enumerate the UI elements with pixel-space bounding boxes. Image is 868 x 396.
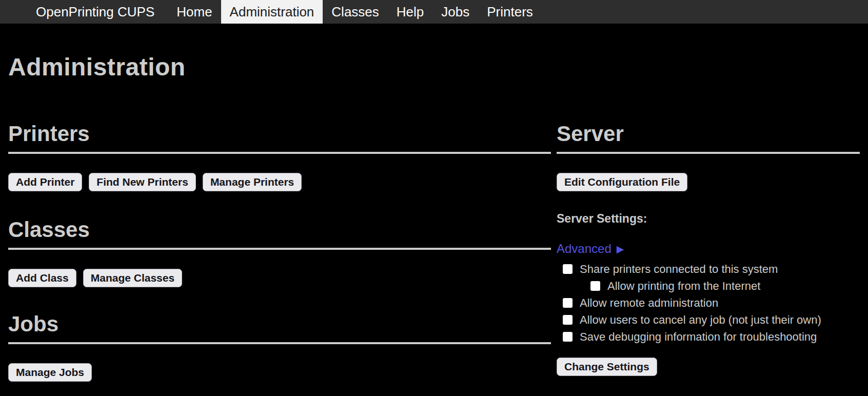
allow-internet-printing-label: Allow printing from the Internet xyxy=(607,280,760,293)
server-column: Server Edit Configuration File Server Se… xyxy=(557,122,860,382)
printers-heading: Printers xyxy=(8,122,551,154)
server-heading: Server xyxy=(557,122,860,154)
classes-heading: Classes xyxy=(8,217,551,250)
server-section: Server Edit Configuration File Server Se… xyxy=(557,122,860,376)
classes-section: Classes Add Class Manage Classes xyxy=(8,217,551,287)
triangle-right-icon: ▶ xyxy=(617,244,624,254)
printers-button-row: Add Printer Find New Printers Manage Pri… xyxy=(8,173,551,191)
brand-link[interactable]: OpenPrinting CUPS xyxy=(30,0,161,24)
jobs-heading: Jobs xyxy=(8,312,551,344)
remote-administration-label: Allow remote administration xyxy=(580,296,718,310)
checkbox-row-cancel-any-job: Allow users to cancel any job (not just … xyxy=(557,311,860,328)
top-nav: OpenPrinting CUPS Home Administration Cl… xyxy=(0,0,868,24)
checkbox-row-allow-internet-printing: Allow printing from the Internet xyxy=(557,278,860,294)
share-printers-checkbox[interactable] xyxy=(563,264,573,274)
save-debugging-info-checkbox[interactable] xyxy=(563,332,573,342)
page-title: Administration xyxy=(8,53,860,81)
save-debugging-info-label: Save debugging information for troublesh… xyxy=(580,330,817,344)
nav-tab-home[interactable]: Home xyxy=(168,0,221,24)
checkbox-row-share-printers: Share printers connected to this system xyxy=(557,261,860,278)
add-printer-button[interactable]: Add Printer xyxy=(8,173,82,191)
main-content: Administration Printers Add Printer Find… xyxy=(0,53,868,382)
change-settings-row: Change Settings xyxy=(557,358,860,376)
nav-tab-administration[interactable]: Administration xyxy=(221,0,323,24)
nav-tab-help[interactable]: Help xyxy=(388,0,432,24)
cancel-any-job-checkbox[interactable] xyxy=(563,315,573,325)
nav-tab-classes[interactable]: Classes xyxy=(323,0,387,24)
find-new-printers-button[interactable]: Find New Printers xyxy=(89,173,196,191)
nav-tab-jobs[interactable]: Jobs xyxy=(432,0,478,24)
change-settings-button[interactable]: Change Settings xyxy=(557,358,657,376)
checkbox-row-save-debugging-info: Save debugging information for troublesh… xyxy=(557,328,860,345)
allow-internet-printing-checkbox[interactable] xyxy=(590,281,600,291)
classes-button-row: Add Class Manage Classes xyxy=(8,269,551,287)
checkbox-row-remote-administration: Allow remote administration xyxy=(557,294,860,311)
manage-classes-button[interactable]: Manage Classes xyxy=(83,269,182,287)
jobs-section: Jobs Manage Jobs xyxy=(8,312,551,382)
cancel-any-job-label: Allow users to cancel any job (not just … xyxy=(580,313,821,327)
left-column: Printers Add Printer Find New Printers M… xyxy=(8,122,551,382)
content-columns: Printers Add Printer Find New Printers M… xyxy=(8,122,860,382)
manage-jobs-button[interactable]: Manage Jobs xyxy=(8,363,92,382)
add-class-button[interactable]: Add Class xyxy=(8,269,76,287)
printers-section: Printers Add Printer Find New Printers M… xyxy=(8,122,551,191)
manage-printers-button[interactable]: Manage Printers xyxy=(203,173,302,191)
share-printers-label: Share printers connected to this system xyxy=(580,263,778,276)
jobs-button-row: Manage Jobs xyxy=(8,363,551,382)
edit-configuration-file-button[interactable]: Edit Configuration File xyxy=(557,173,687,191)
advanced-link[interactable]: Advanced ▶ xyxy=(557,242,624,255)
server-settings-checkbox-list: Share printers connected to this system … xyxy=(557,261,860,345)
nav-tab-printers[interactable]: Printers xyxy=(478,0,542,24)
remote-administration-checkbox[interactable] xyxy=(563,298,573,308)
advanced-link-label: Advanced xyxy=(557,242,611,255)
server-button-row: Edit Configuration File xyxy=(557,173,860,191)
server-settings-label: Server Settings: xyxy=(557,212,860,225)
